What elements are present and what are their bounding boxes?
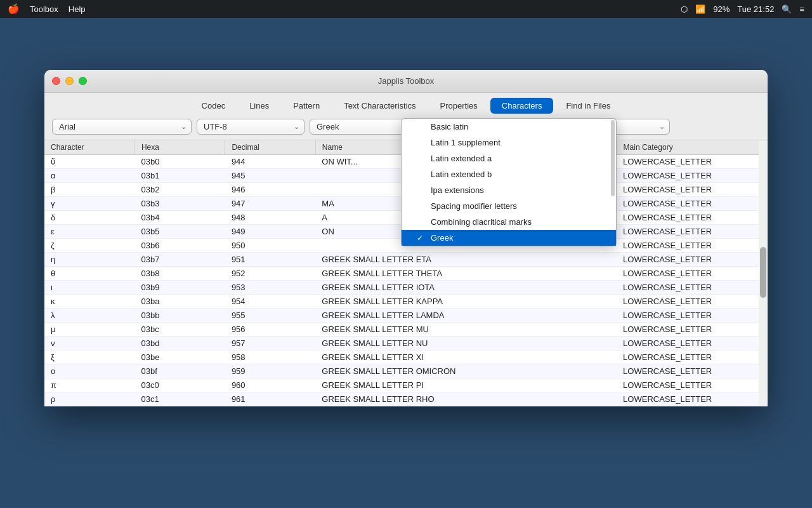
cell-char: μ	[44, 323, 134, 337]
cell-category: LOWERCASE_LETTER	[617, 197, 767, 211]
table-row[interactable]: κ 03ba 954 GREEK SMALL LETTER KAPPA LOWE…	[44, 295, 768, 309]
dropdown-item-latin-1-supplement[interactable]: Latin 1 supplement	[402, 135, 616, 150]
dropdown-item-latin-extended-a[interactable]: Latin extended a	[402, 150, 616, 166]
table-row[interactable]: θ 03b8 952 GREEK SMALL LETTER THETA LOWE…	[44, 267, 768, 281]
cell-category: LOWERCASE_LETTER	[617, 364, 767, 378]
close-button[interactable]	[52, 77, 60, 85]
table-row[interactable]: ι 03b9 953 GREEK SMALL LETTER IOTA LOWER…	[44, 281, 768, 295]
dropdown-item-greek[interactable]: ✓Greek	[402, 230, 616, 246]
cell-char: θ	[44, 267, 134, 281]
dropdown-item-basic-latin[interactable]: Basic latin	[402, 119, 616, 135]
cell-hex: 03be	[134, 351, 225, 364]
dropdown-item-label: Basic latin	[431, 122, 468, 131]
table-row[interactable]: ρ 03c1 961 GREEK SMALL LETTER RHO LOWERC…	[44, 392, 768, 406]
cell-category: LOWERCASE_LETTER	[617, 225, 767, 239]
window-title: Japplis Toolbox	[378, 76, 435, 86]
cell-char: γ	[44, 197, 134, 211]
tab-properties[interactable]: Properties	[429, 98, 489, 114]
cell-hex: 03b9	[134, 281, 225, 295]
dropdown-item-label: Greek	[431, 233, 453, 243]
table-row[interactable]: ξ 03be 958 GREEK SMALL LETTER XI LOWERCA…	[44, 351, 768, 364]
cell-dec: 961	[225, 392, 315, 406]
cell-category: LOWERCASE_LETTER	[617, 211, 767, 225]
cell-dec: 949	[225, 225, 315, 239]
cell-char: κ	[44, 295, 134, 309]
cell-hex: 03bd	[134, 337, 225, 351]
titlebar: Japplis Toolbox	[44, 70, 768, 93]
cell-dec: 945	[225, 169, 315, 183]
cell-dec: 944	[225, 155, 315, 169]
cell-category: LOWERCASE_LETTER	[617, 392, 767, 406]
dropdown-item-label: Combining diacritical marks	[431, 217, 532, 227]
cell-dec: 951	[225, 253, 315, 267]
cell-name: GREEK SMALL LETTER MU	[315, 323, 617, 337]
cell-name: GREEK SMALL LETTER IOTA	[315, 281, 617, 295]
dropdown-item-ipa-extensions[interactable]: Ipa extensions	[402, 182, 616, 198]
cell-dec: 954	[225, 295, 315, 309]
tab-text-characteristics[interactable]: Text Characteristics	[332, 98, 427, 114]
dropdown-item-combining-diacritical-marks[interactable]: Combining diacritical marks	[402, 214, 616, 230]
tab-lines[interactable]: Lines	[238, 98, 280, 114]
tab-pattern[interactable]: Pattern	[282, 98, 331, 114]
cell-dec: 952	[225, 267, 315, 281]
cell-dec: 946	[225, 183, 315, 197]
table-row[interactable]: π 03c0 960 GREEK SMALL LETTER PI LOWERCA…	[44, 378, 768, 392]
list-icon[interactable]: ≡	[799, 4, 804, 14]
table-row[interactable]: ν 03bd 957 GREEK SMALL LETTER NU LOWERCA…	[44, 337, 768, 351]
font-select-wrapper: Arial ⌄	[52, 119, 192, 135]
cell-name: GREEK SMALL LETTER OMICRON	[315, 364, 617, 378]
cell-name: GREEK SMALL LETTER NU	[315, 337, 617, 351]
tab-codec[interactable]: Codec	[190, 98, 237, 114]
dropdown-item-latin-extended-b[interactable]: Latin extended b	[402, 166, 616, 182]
cell-category: LOWERCASE_LETTER	[617, 183, 767, 197]
cell-char: ς	[44, 406, 134, 407]
cell-char: ζ	[44, 239, 134, 253]
header-character: Character	[44, 140, 134, 155]
header-decimal: Decimal	[225, 140, 315, 155]
cell-hex: 03b7	[134, 253, 225, 267]
cell-char: β	[44, 183, 134, 197]
dropdown-item-label: Ipa extensions	[431, 185, 484, 195]
cell-hex: 03c1	[134, 392, 225, 406]
maximize-button[interactable]	[79, 77, 87, 85]
cell-hex: 03b5	[134, 225, 225, 239]
encoding-select[interactable]: UTF-8	[197, 119, 304, 135]
cell-dec: 947	[225, 197, 315, 211]
cell-hex: 03b2	[134, 183, 225, 197]
table-row[interactable]: ς 03c2 962 GREEK SMALL LETTER FINAL SIGM…	[44, 406, 768, 407]
clock: Tue 21:52	[737, 4, 774, 14]
cell-hex: 03bf	[134, 364, 225, 378]
minimize-button[interactable]	[65, 77, 74, 85]
cell-dec: 948	[225, 211, 315, 225]
cell-dec: 953	[225, 281, 315, 295]
cell-category: LOWERCASE_LETTER	[617, 281, 767, 295]
cell-category: LOWERCASE_LETTER	[617, 169, 767, 183]
cell-dec: 957	[225, 337, 315, 351]
table-row[interactable]: μ 03bc 956 GREEK SMALL LETTER MU LOWERCA…	[44, 323, 768, 337]
cell-name: GREEK SMALL LETTER KAPPA	[315, 295, 617, 309]
cell-dec: 960	[225, 378, 315, 392]
scrollbar-thumb[interactable]	[760, 247, 766, 298]
font-select[interactable]: Arial	[52, 119, 192, 135]
scrollbar-track[interactable]	[759, 140, 768, 406]
cell-dec: 956	[225, 323, 315, 337]
cell-char: ι	[44, 281, 134, 295]
table-row[interactable]: η 03b7 951 GREEK SMALL LETTER ETA LOWERC…	[44, 253, 768, 267]
tab-find-in-files[interactable]: Find in Files	[554, 98, 622, 114]
cell-char: δ	[44, 211, 134, 225]
dropdown-item-spacing-modifier-letters[interactable]: Spacing modifier letters	[402, 198, 616, 214]
table-row[interactable]: λ 03bb 955 GREEK SMALL LETTER LAMDA LOWE…	[44, 309, 768, 323]
menubar: 🍎 Toolbox Help ⬡ 📶 92% Tue 21:52 🔍 ≡	[0, 0, 812, 18]
menu-help[interactable]: Help	[69, 4, 86, 14]
cell-char: λ	[44, 309, 134, 323]
apple-menu[interactable]: 🍎	[8, 3, 20, 15]
dropdown-item-label: Latin 1 supplement	[431, 138, 501, 147]
dropdown-scrollbar[interactable]	[611, 120, 615, 196]
dropdown-item-label: Latin extended a	[431, 154, 492, 163]
search-icon[interactable]: 🔍	[782, 4, 792, 14]
cell-category: LOWERCASE_LETTER	[617, 267, 767, 281]
tab-characters[interactable]: Characters	[490, 98, 554, 114]
cell-dec: 962	[225, 406, 315, 407]
menu-toolbox[interactable]: Toolbox	[30, 4, 58, 14]
table-row[interactable]: ο 03bf 959 GREEK SMALL LETTER OMICRON LO…	[44, 364, 768, 378]
